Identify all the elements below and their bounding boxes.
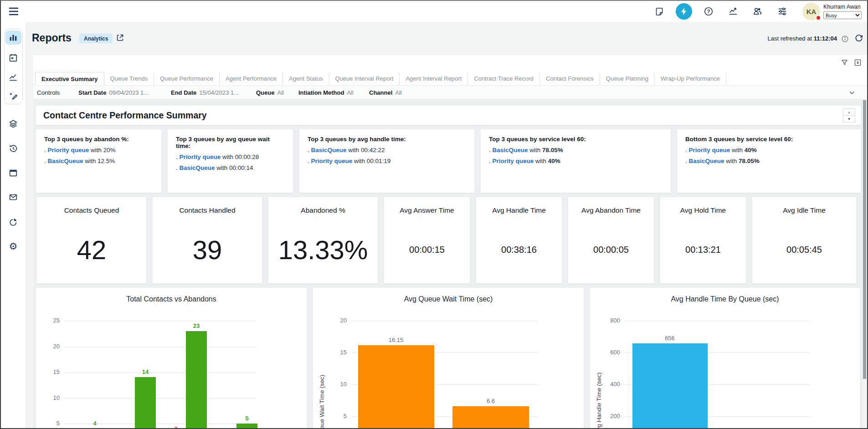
queue-link[interactable]: BasicQueue [493,147,528,153]
info-icon[interactable] [841,35,849,43]
spinner-down-icon[interactable]: ▼ [843,116,855,122]
bar-value-label: 4 [79,420,111,427]
kpi-value: 00:38:16 [476,225,562,274]
mail-icon[interactable] [8,192,18,202]
tab-agent-performance[interactable]: Agent Performance [220,72,283,85]
bar-avg-queue-wait-time[interactable] [358,345,434,428]
insight-title: Top 3 queues by avg handle time: [308,136,466,143]
bar-value-label: 23 [180,322,212,329]
queue-link[interactable]: Priority queue [493,158,534,164]
spinner-up-icon[interactable]: ▲ [843,109,855,116]
history-icon[interactable] [8,143,18,153]
sidebar-nav: ⚙ [1,22,26,428]
vertical-scrollbar[interactable] [863,100,866,428]
filter-channel[interactable]: ChannelAll [369,89,402,96]
app-window: ? KA Khurram Awan Busy [0,0,868,429]
kpi-card-avg-answer-time: Avg Answer Time00:00:15 [384,197,470,284]
kpi-label: Contacts Handled [153,206,262,214]
tab-queue-interval-report[interactable]: Queue Interval Report [329,72,400,85]
insight-line: . BasicQueue with 00:42:22 [308,147,466,153]
insight-title: Bottom 3 queues by service level 60: [685,136,853,143]
gear-icon[interactable]: ⚙ [8,241,18,251]
line-chart-icon[interactable] [8,72,18,82]
flash-icon[interactable] [676,3,692,20]
user-name: Khurram Awan [823,4,861,10]
insight-title: Top 3 queues by abandon %: [44,136,153,143]
kpi-card-abandoned-: Abandoned %13.33% [268,197,378,284]
tab-agent-interval-report[interactable]: Agent Interval Report [400,72,468,85]
queue-link[interactable]: Priority queue [311,158,353,164]
queue-link[interactable]: BasicQueue [311,147,347,153]
sheet-spinner: ▲ ▼ [843,108,855,123]
y-tick-label: 5 [327,413,347,419]
bar-avg-queue-wait-time[interactable] [452,406,529,428]
filter-start-date[interactable]: Start Date09/04/2023 1... [78,89,149,96]
dashboard: Contact Centre Performance Summary ▲ ▼ P… [33,99,867,428]
kpi-value: 00:00:05 [568,225,654,274]
filter-intiation-method[interactable]: Intiation MethodAll [298,89,354,96]
queue-link[interactable]: BasicQueue [48,158,83,164]
chart-card-2: Avg Queue Wait Time (sec)Avg Queue Wait … [313,287,584,428]
export-icon[interactable] [854,59,862,66]
chart-title: Total Contacts vs Abandons [36,295,307,303]
kpi-label: Avg Answer Time [384,206,470,214]
tab-queue-performance[interactable]: Queue Performance [154,72,220,85]
scrollbar-thumb[interactable] [863,100,866,379]
metrics-icon[interactable] [725,3,741,20]
presence-dot [816,15,821,20]
filter-funnel-icon[interactable] [841,59,848,66]
last-refreshed: Last refreshed at 11:12:04 [768,35,837,42]
bar-chart-icon[interactable] [8,33,18,43]
help-icon[interactable]: ? [700,3,717,20]
insight-card: Top 3 queues by avg handle time:. BasicQ… [299,129,475,193]
layers-icon[interactable] [8,119,18,129]
controls-label: Controls [37,89,60,96]
bar-value-label: 79 [779,427,811,428]
y-tick-label: 600 [600,349,620,356]
analytics-badge: Analytics [79,34,113,43]
y-tick-label: 20 [40,343,60,350]
annotate-icon[interactable] [8,91,18,101]
notes-icon[interactable] [651,3,668,20]
refresh-icon[interactable] [854,34,863,43]
tab-queue-trends[interactable]: Queue Trends [104,72,154,85]
bar-value-label: 5 [231,415,263,422]
filter-end-date[interactable]: End Date15/04/2023 1... [171,89,239,96]
external-link-icon[interactable] [116,33,124,42]
calendar-icon[interactable] [8,53,18,63]
insight-line: . Priority queue with 00:01:19 [308,158,466,164]
kpi-label: Contacts Queued [37,206,146,214]
queue-link[interactable]: BasicQueue [180,164,215,171]
tab-agent-status[interactable]: Agent Status [283,72,329,85]
status-select[interactable]: Busy [823,11,862,19]
insight-line: . BasicQueue with 00:00:14 [176,164,285,171]
filter-queue[interactable]: QueueAll [256,89,284,96]
agents-icon[interactable] [750,3,766,20]
tab-queue-planning[interactable]: Queue Planning [600,72,655,85]
queue-link[interactable]: BasicQueue [689,158,724,164]
bar-contacts[interactable] [236,424,257,428]
tab-contract-trace-record[interactable]: Contract Trace Record [468,72,540,85]
kpi-card-avg-handle-time: Avg Handle Time00:38:16 [476,197,562,284]
insight-card: Top 3 queues by service level 60:. Basic… [480,129,671,193]
bar-avg-handle-time[interactable] [632,343,708,428]
queue-link[interactable]: Priority queue [48,147,89,153]
queue-link[interactable]: Priority queue [180,153,221,160]
hamburger-menu-icon[interactable] [8,6,20,16]
y-tick-label: 15 [327,349,347,356]
pie-chart-icon[interactable] [8,217,18,227]
queue-link[interactable]: Priority queue [689,147,730,153]
tab-wrap-up-performance[interactable]: Wrap-Up Performance [655,72,726,85]
svg-text:?: ? [707,9,710,14]
chart-card-3: Avg Handle Time By Queue (sec)Avg Handle… [590,287,860,428]
sliders-icon[interactable] [774,3,791,20]
insight-card: Top 3 queues by avg queue wait time:. Pr… [167,129,293,193]
insight-title: Top 3 queues by avg queue wait time: [176,136,285,149]
bar-contacts[interactable] [186,331,207,428]
avatar[interactable]: KA [802,3,820,20]
tab-executive-summary[interactable]: Executive Summary [35,72,104,85]
bar-contacts[interactable] [135,377,156,428]
tab-contact-forensics[interactable]: Contact Forensics [540,72,600,85]
window-icon[interactable] [8,168,18,178]
chevron-down-icon[interactable] [848,89,855,96]
